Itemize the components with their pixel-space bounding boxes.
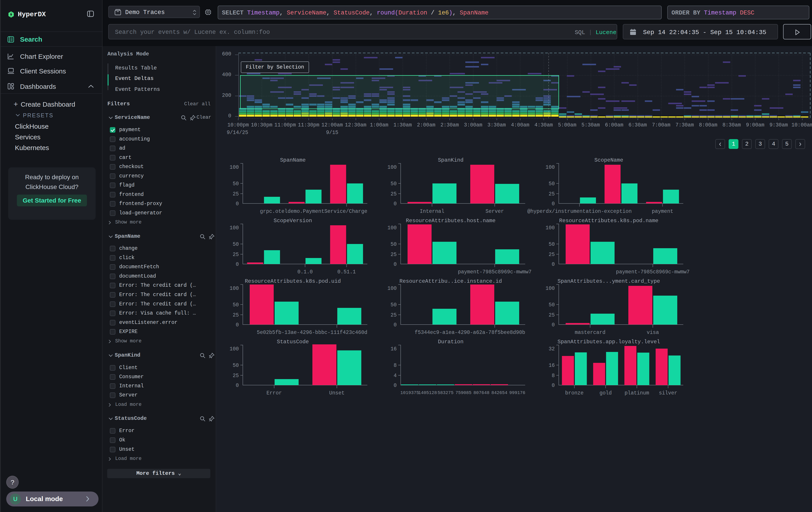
svg-text:100: 100 bbox=[230, 225, 239, 231]
svg-text:ResourceAttributes.k8s.pod.uid: ResourceAttributes.k8s.pod.uid bbox=[245, 278, 341, 284]
svg-text:0: 0 bbox=[552, 262, 555, 267]
svg-text:platinum: platinum bbox=[625, 390, 649, 396]
svg-text:grpc.oteldemo.PaymentService/C: grpc.oteldemo.PaymentService/Charge bbox=[260, 209, 367, 214]
svg-text:0: 0 bbox=[394, 322, 397, 328]
svg-text:ResourceAttribu..ice.instance.: ResourceAttribu..ice.instance.id bbox=[400, 278, 502, 284]
svg-text:100: 100 bbox=[387, 164, 397, 170]
svg-text:visa: visa bbox=[646, 330, 659, 335]
svg-text:50: 50 bbox=[549, 242, 555, 247]
svg-text:@hyperdx/instrumentation-excep: @hyperdx/instrumentation-exception bbox=[527, 209, 632, 214]
svg-text:100: 100 bbox=[546, 164, 555, 170]
svg-text:50: 50 bbox=[390, 302, 397, 308]
svg-text:0: 0 bbox=[394, 383, 397, 388]
svg-text:50: 50 bbox=[233, 181, 239, 187]
svg-text:0: 0 bbox=[236, 322, 239, 328]
svg-text:0: 0 bbox=[552, 383, 555, 388]
svg-text:0: 0 bbox=[394, 262, 397, 267]
svg-text:25: 25 bbox=[390, 191, 397, 197]
svg-text:ResourceAttributes.k8s.pod.nam: ResourceAttributes.k8s.pod.name bbox=[559, 218, 658, 224]
svg-text:807648: 807648 bbox=[473, 390, 489, 395]
svg-text:50: 50 bbox=[233, 242, 239, 247]
svg-text:1019375: 1019375 bbox=[400, 390, 419, 395]
svg-text:8: 8 bbox=[552, 373, 555, 379]
svg-text:32: 32 bbox=[549, 346, 555, 352]
svg-text:Server: Server bbox=[486, 209, 504, 214]
svg-text:0: 0 bbox=[552, 322, 555, 328]
svg-text:50: 50 bbox=[549, 181, 555, 187]
svg-text:Internal: Internal bbox=[420, 209, 444, 214]
svg-text:50: 50 bbox=[233, 302, 239, 308]
svg-text:payment-7985c8969c-mwmw7: payment-7985c8969c-mwmw7 bbox=[616, 269, 690, 275]
svg-text:1405128: 1405128 bbox=[418, 390, 437, 395]
svg-text:25: 25 bbox=[233, 373, 239, 379]
svg-text:100: 100 bbox=[230, 164, 239, 170]
svg-text:0: 0 bbox=[552, 201, 555, 207]
svg-text:100: 100 bbox=[387, 225, 397, 231]
svg-text:gold: gold bbox=[600, 390, 612, 396]
svg-text:50: 50 bbox=[390, 242, 397, 247]
svg-text:Duration: Duration bbox=[438, 339, 463, 345]
svg-text:100: 100 bbox=[387, 286, 397, 291]
svg-text:SpanAttributes.app.loyalty.lev: SpanAttributes.app.loyalty.level bbox=[558, 339, 660, 345]
svg-text:0.1.0: 0.1.0 bbox=[297, 269, 313, 275]
svg-text:100: 100 bbox=[546, 286, 555, 291]
svg-text:0: 0 bbox=[394, 201, 397, 207]
svg-text:16: 16 bbox=[390, 346, 397, 352]
svg-text:25: 25 bbox=[549, 312, 555, 318]
svg-text:0: 0 bbox=[236, 262, 239, 267]
svg-text:silver: silver bbox=[659, 390, 677, 396]
svg-text:0: 0 bbox=[236, 383, 239, 388]
svg-text:50: 50 bbox=[233, 362, 239, 369]
svg-text:ScopeName: ScopeName bbox=[594, 157, 623, 163]
svg-text:SpanName: SpanName bbox=[280, 157, 306, 163]
svg-text:25: 25 bbox=[233, 252, 239, 258]
svg-text:bronze: bronze bbox=[565, 390, 584, 396]
svg-text:StatusCode: StatusCode bbox=[277, 339, 309, 345]
svg-text:50: 50 bbox=[390, 181, 397, 187]
svg-text:payment: payment bbox=[652, 209, 673, 214]
svg-text:25: 25 bbox=[233, 312, 239, 318]
svg-text:ScopeVersion: ScopeVersion bbox=[274, 218, 312, 224]
svg-text:25: 25 bbox=[549, 191, 555, 197]
svg-text:payment-7985c8969c-mwmw7: payment-7985c8969c-mwmw7 bbox=[458, 269, 531, 275]
svg-text:100: 100 bbox=[230, 346, 239, 352]
svg-text:8: 8 bbox=[394, 362, 397, 369]
svg-text:25: 25 bbox=[233, 191, 239, 197]
svg-text:100: 100 bbox=[546, 225, 555, 231]
svg-text:25: 25 bbox=[390, 252, 397, 258]
svg-text:25: 25 bbox=[390, 312, 397, 318]
svg-text:Error: Error bbox=[266, 390, 282, 396]
svg-text:100: 100 bbox=[230, 286, 239, 291]
svg-text:842654: 842654 bbox=[491, 390, 508, 395]
svg-text:ResourceAttributes.host.name: ResourceAttributes.host.name bbox=[406, 218, 495, 224]
svg-text:0: 0 bbox=[236, 201, 239, 207]
svg-text:f5344ec9-a1ea-4290-a62a-78f5be: f5344ec9-a1ea-4290-a62a-78f5bee8d90b bbox=[415, 330, 525, 335]
svg-text:16: 16 bbox=[549, 362, 555, 369]
svg-text:25: 25 bbox=[549, 252, 555, 258]
svg-text:999176: 999176 bbox=[510, 390, 525, 395]
svg-text:SpanKind: SpanKind bbox=[438, 157, 463, 163]
svg-text:5e02b5fb-13ae-4296-bbbc-111f42: 5e02b5fb-13ae-4296-bbbc-111f423c460d bbox=[257, 330, 367, 335]
svg-text:583275: 583275 bbox=[438, 390, 454, 395]
svg-text:SpanAttributes...yment.card_ty: SpanAttributes...yment.card_type bbox=[558, 278, 660, 284]
svg-text:mastercard: mastercard bbox=[575, 330, 605, 335]
svg-text:0.51.1: 0.51.1 bbox=[337, 269, 356, 275]
svg-text:Unset: Unset bbox=[329, 390, 344, 396]
svg-text:4: 4 bbox=[394, 373, 397, 379]
svg-text:759085: 759085 bbox=[455, 390, 471, 395]
svg-text:50: 50 bbox=[549, 302, 555, 308]
